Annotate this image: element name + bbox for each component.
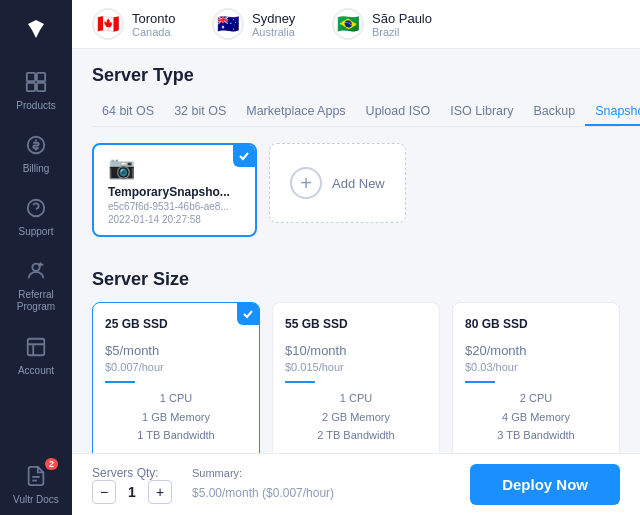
sidebar-logo[interactable] xyxy=(16,10,56,50)
tab-iso-library[interactable]: ISO Library xyxy=(440,98,523,126)
sidebar-item-referral[interactable]: Referral Program xyxy=(0,247,72,323)
tab-snapshot[interactable]: Snapshot xyxy=(585,98,640,126)
city-name: Sydney xyxy=(252,11,295,26)
size-card-80gb[interactable]: 80 GB SSD $20/month $0.03/hour 2 CPU 4 G… xyxy=(452,302,620,460)
snapshot-camera-icon: 📷 xyxy=(108,155,241,181)
country-name: Canada xyxy=(132,26,175,38)
sidebar-item-label: Account xyxy=(18,365,54,376)
country-name: Brazil xyxy=(372,26,432,38)
qty-label: Servers Qty: xyxy=(92,466,172,480)
snapshot-selected-check xyxy=(233,145,255,167)
snapshot-area: 📷 TemporarySnapsho... e5c67f6d-9531-46b6… xyxy=(92,143,620,237)
size-storage: 25 GB SSD xyxy=(105,317,247,331)
sidebar-item-products[interactable]: Products xyxy=(0,58,72,121)
qty-value: 1 xyxy=(122,484,142,500)
server-type-title: Server Type xyxy=(92,65,620,86)
summary-section: Summary: $5.00/month ($0.007/hour) xyxy=(192,467,334,502)
sidebar-item-account[interactable]: Account xyxy=(0,323,72,386)
deploy-now-button[interactable]: Deploy Now xyxy=(470,464,620,505)
snapshot-id: e5c67f6d-9531-46b6-ae8... xyxy=(108,201,241,212)
support-icon xyxy=(20,194,52,222)
city-name: São Paulo xyxy=(372,11,432,26)
svg-rect-4 xyxy=(27,83,35,91)
size-card-55gb[interactable]: 55 GB SSD $10/month $0.015/hour 1 CPU 2 … xyxy=(272,302,440,460)
size-divider xyxy=(105,381,135,383)
sidebar-item-label: Vultr Docs xyxy=(13,494,59,505)
size-grid: 25 GB SSD $5/month $0.007/hour 1 CPU 1 G… xyxy=(92,302,620,460)
size-specs: 1 CPU 1 GB Memory 1 TB Bandwidth xyxy=(105,389,247,445)
flag-australia: 🇦🇺 xyxy=(212,8,244,40)
city-name: Toronto xyxy=(132,11,175,26)
svg-rect-2 xyxy=(27,73,35,81)
tab-32bit[interactable]: 32 bit OS xyxy=(164,98,236,126)
qty-section: Servers Qty: − 1 + xyxy=(92,466,172,504)
summary-price: $5.00/month ($0.007/hour) xyxy=(192,479,334,502)
tab-64bit[interactable]: 64 bit OS xyxy=(92,98,164,126)
sidebar-item-vultr-docs[interactable]: 2 Vultr Docs xyxy=(0,452,72,515)
sidebar-item-label: Billing xyxy=(23,163,50,174)
size-price: $20/month xyxy=(465,335,607,361)
size-selected-check xyxy=(237,303,259,325)
account-icon xyxy=(20,333,52,361)
flag-brazil: 🇧🇷 xyxy=(332,8,364,40)
size-divider xyxy=(465,381,495,383)
products-icon xyxy=(20,68,52,96)
sidebar-item-billing[interactable]: Billing xyxy=(0,121,72,184)
add-new-label: Add New xyxy=(332,176,385,191)
size-storage: 55 GB SSD xyxy=(285,317,427,331)
server-size-title: Server Size xyxy=(92,269,620,290)
sidebar-item-label: Referral Program xyxy=(6,289,66,313)
summary-label: Summary: xyxy=(192,467,334,479)
country-name: Australia xyxy=(252,26,295,38)
size-hourly: $0.015/hour xyxy=(285,361,427,373)
size-divider xyxy=(285,381,315,383)
qty-decrement-button[interactable]: − xyxy=(92,480,116,504)
referral-icon xyxy=(20,257,52,285)
sidebar: Products Billing Support Referral Progra… xyxy=(0,0,72,515)
billing-icon xyxy=(20,131,52,159)
footer-bar: Servers Qty: − 1 + Summary: $5.00/month … xyxy=(72,453,640,515)
tab-backup[interactable]: Backup xyxy=(523,98,585,126)
svg-rect-5 xyxy=(37,83,45,91)
tab-marketplace[interactable]: Marketplace Apps xyxy=(236,98,355,126)
flag-canada: 🇨🇦 xyxy=(92,8,124,40)
size-storage: 80 GB SSD xyxy=(465,317,607,331)
docs-icon: 2 xyxy=(20,462,52,490)
sidebar-item-label: Products xyxy=(16,100,55,111)
location-strip: 🇨🇦 Toronto Canada 🇦🇺 Sydney Australia 🇧🇷… xyxy=(72,0,640,49)
size-hourly: $0.007/hour xyxy=(105,361,247,373)
main-content: 🇨🇦 Toronto Canada 🇦🇺 Sydney Australia 🇧🇷… xyxy=(72,0,640,515)
svg-rect-9 xyxy=(28,339,45,356)
size-price: $10/month xyxy=(285,335,427,361)
location-item[interactable]: 🇨🇦 Toronto Canada xyxy=(92,8,192,40)
size-card-25gb[interactable]: 25 GB SSD $5/month $0.007/hour 1 CPU 1 G… xyxy=(92,302,260,460)
qty-control: − 1 + xyxy=(92,480,172,504)
size-specs: 1 CPU 2 GB Memory 2 TB Bandwidth xyxy=(285,389,427,445)
add-new-icon: + xyxy=(290,167,322,199)
server-type-tabs: 64 bit OS 32 bit OS Marketplace Apps Upl… xyxy=(92,98,620,127)
size-price: $5/month xyxy=(105,335,247,361)
snapshot-card[interactable]: 📷 TemporarySnapsho... e5c67f6d-9531-46b6… xyxy=(92,143,257,237)
sidebar-item-label: Support xyxy=(18,226,53,237)
notification-badge: 2 xyxy=(45,458,58,470)
qty-increment-button[interactable]: + xyxy=(148,480,172,504)
location-item[interactable]: 🇦🇺 Sydney Australia xyxy=(212,8,312,40)
server-type-section: Server Type 64 bit OS 32 bit OS Marketpl… xyxy=(72,49,640,237)
size-hourly: $0.03/hour xyxy=(465,361,607,373)
add-new-card[interactable]: + Add New xyxy=(269,143,406,223)
svg-rect-3 xyxy=(37,73,45,81)
server-size-section: Server Size 25 GB SSD $5/month $0.007/ho… xyxy=(72,253,640,460)
location-item[interactable]: 🇧🇷 São Paulo Brazil xyxy=(332,8,432,40)
sidebar-item-support[interactable]: Support xyxy=(0,184,72,247)
tab-upload-iso[interactable]: Upload ISO xyxy=(356,98,441,126)
snapshot-name: TemporarySnapsho... xyxy=(108,185,241,199)
snapshot-date: 2022-01-14 20:27:58 xyxy=(108,214,241,225)
size-specs: 2 CPU 4 GB Memory 3 TB Bandwidth xyxy=(465,389,607,445)
